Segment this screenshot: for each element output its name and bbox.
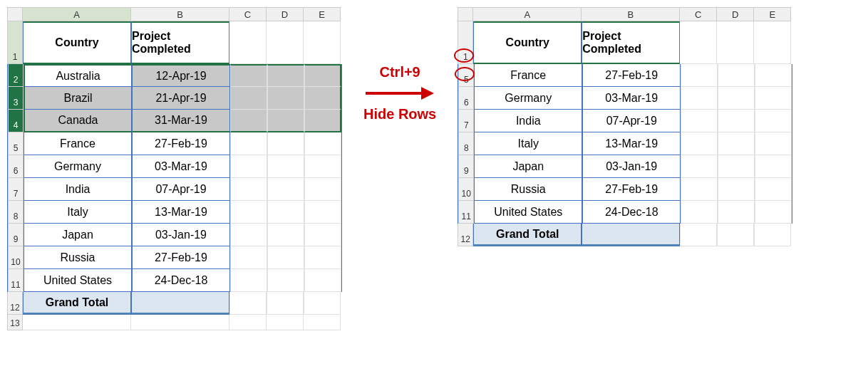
- cell[interactable]: [267, 155, 304, 178]
- cell[interactable]: [131, 292, 229, 315]
- row-header[interactable]: 5: [8, 132, 24, 155]
- col-header-D[interactable]: D: [717, 7, 754, 21]
- cell[interactable]: [267, 178, 304, 201]
- cell[interactable]: [304, 269, 341, 292]
- cell[interactable]: [718, 110, 755, 132]
- cell[interactable]: 24-Dec-18: [582, 201, 681, 224]
- cell[interactable]: [267, 269, 304, 292]
- row-header[interactable]: 7: [458, 110, 474, 132]
- cell[interactable]: [304, 132, 341, 155]
- cell[interactable]: [23, 315, 131, 330]
- cell[interactable]: [267, 201, 304, 224]
- cell[interactable]: [267, 87, 304, 110]
- cell[interactable]: [230, 110, 267, 132]
- row-header[interactable]: 6: [458, 87, 474, 110]
- cell[interactable]: Grand Total: [473, 224, 582, 246]
- cell[interactable]: [267, 110, 304, 132]
- row-header[interactable]: 3: [8, 87, 24, 110]
- cell[interactable]: [304, 224, 341, 246]
- cell[interactable]: [230, 224, 267, 246]
- cell[interactable]: [267, 64, 304, 87]
- select-all-corner[interactable]: [458, 7, 473, 21]
- row-header[interactable]: 10: [458, 178, 474, 201]
- row-header[interactable]: 12: [458, 224, 473, 246]
- col-header-E[interactable]: E: [304, 7, 341, 21]
- col-header-A[interactable]: A: [23, 7, 131, 21]
- cell[interactable]: [718, 87, 755, 110]
- cell[interactable]: [304, 155, 341, 178]
- cell[interactable]: [304, 64, 341, 87]
- cell[interactable]: [230, 201, 267, 224]
- cell[interactable]: [230, 64, 267, 87]
- cell[interactable]: [718, 64, 755, 87]
- row-header[interactable]: 2: [8, 64, 24, 87]
- cell[interactable]: France: [474, 64, 582, 87]
- cell[interactable]: [755, 132, 792, 155]
- row-header[interactable]: 13: [7, 315, 23, 330]
- row-header[interactable]: 8: [8, 201, 24, 224]
- cell[interactable]: 27-Feb-19: [132, 246, 230, 269]
- row-header[interactable]: 11: [8, 269, 24, 292]
- cell[interactable]: [681, 155, 718, 178]
- cell[interactable]: United States: [474, 201, 582, 224]
- cell[interactable]: [304, 87, 341, 110]
- cell[interactable]: [267, 246, 304, 269]
- cell[interactable]: United States: [24, 269, 132, 292]
- cell[interactable]: [681, 201, 718, 224]
- cell[interactable]: [131, 315, 229, 330]
- cell[interactable]: [304, 246, 341, 269]
- cell[interactable]: 27-Feb-19: [132, 132, 230, 155]
- col-header-A[interactable]: A: [473, 7, 582, 21]
- col-header-E[interactable]: E: [754, 7, 791, 21]
- cell[interactable]: [230, 87, 267, 110]
- cell[interactable]: [304, 110, 341, 132]
- cell[interactable]: [304, 201, 341, 224]
- cell[interactable]: [230, 132, 267, 155]
- cell[interactable]: Canada: [24, 110, 132, 132]
- cell[interactable]: [718, 201, 755, 224]
- cell[interactable]: [681, 132, 718, 155]
- col-header-D[interactable]: D: [267, 7, 304, 21]
- cell[interactable]: [229, 292, 267, 315]
- cell[interactable]: [267, 315, 304, 330]
- cell[interactable]: [717, 224, 754, 246]
- cell[interactable]: India: [474, 110, 582, 132]
- cell[interactable]: [681, 110, 718, 132]
- col-header-B[interactable]: B: [131, 7, 229, 21]
- cell[interactable]: Country: [473, 21, 582, 64]
- cell[interactable]: [230, 155, 267, 178]
- cell[interactable]: 27-Feb-19: [582, 178, 681, 201]
- cell[interactable]: Country: [23, 21, 131, 64]
- cell[interactable]: Italy: [474, 132, 582, 155]
- cell[interactable]: [304, 21, 341, 64]
- cell[interactable]: [229, 315, 267, 330]
- row-header[interactable]: 10: [8, 246, 24, 269]
- select-all-corner[interactable]: [7, 7, 23, 21]
- cell[interactable]: Russia: [474, 178, 582, 201]
- cell[interactable]: [304, 315, 341, 330]
- col-header-B[interactable]: B: [582, 7, 680, 21]
- cell[interactable]: 21-Apr-19: [132, 87, 230, 110]
- cell[interactable]: [681, 178, 718, 201]
- cell[interactable]: [230, 246, 267, 269]
- cell[interactable]: [267, 224, 304, 246]
- cell[interactable]: Australia: [24, 64, 132, 87]
- cell[interactable]: Brazil: [24, 87, 132, 110]
- col-header-C[interactable]: C: [229, 7, 267, 21]
- cell[interactable]: [755, 155, 792, 178]
- row-header[interactable]: 4: [8, 110, 24, 132]
- row-header[interactable]: 6: [8, 155, 24, 178]
- cell[interactable]: 31-Mar-19: [132, 110, 230, 132]
- cell[interactable]: 03-Mar-19: [582, 87, 681, 110]
- cell[interactable]: [718, 155, 755, 178]
- cell[interactable]: [681, 87, 718, 110]
- cell[interactable]: Project Completed: [582, 21, 680, 64]
- cell[interactable]: Russia: [24, 246, 132, 269]
- cell[interactable]: [755, 110, 792, 132]
- cell[interactable]: [681, 64, 718, 87]
- cell[interactable]: [267, 132, 304, 155]
- row-header[interactable]: 9: [458, 155, 474, 178]
- cell[interactable]: [680, 224, 717, 246]
- cell[interactable]: France: [24, 132, 132, 155]
- cell[interactable]: 07-Apr-19: [582, 110, 681, 132]
